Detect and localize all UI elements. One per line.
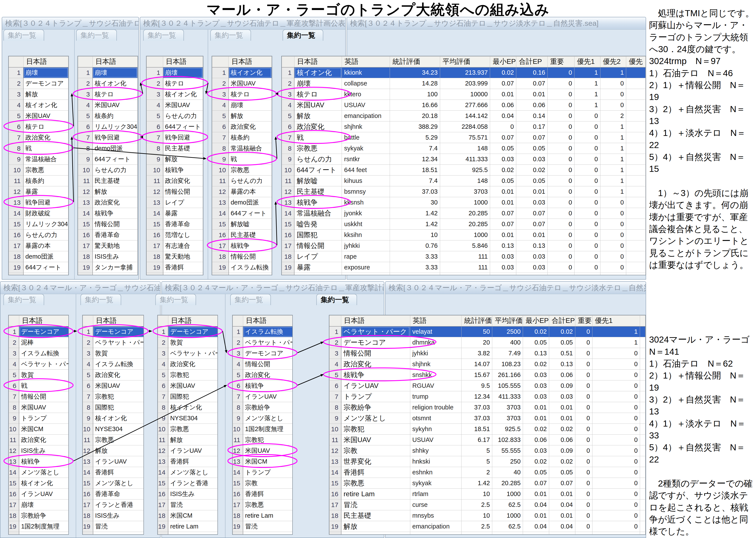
table-row[interactable]: 8戦 [9,143,68,154]
column-header[interactable]: 重要 [575,315,592,326]
table-row[interactable]: 6イランUAVRGUAV9.5105.5550.030.0900 [329,380,645,391]
table-row[interactable]: 11らせんの力 [212,176,272,186]
table-row[interactable]: 18demo団派 [9,251,68,262]
table-row[interactable]: 18民主基礎mnsybs1010000.010.0100 [329,510,645,521]
column-header[interactable]: 優先1 [574,57,600,67]
column-header[interactable]: 統計評価 [390,57,440,67]
table-row[interactable]: 6核戦争 [233,380,293,391]
table-row[interactable]: 14暴露 [147,208,203,219]
column-header[interactable]: 日本語 [341,315,410,326]
table-row[interactable]: 9NYSE304 [158,413,218,424]
table-row[interactable]: 16retire Lamrtrlam1010000.010.0100 [329,489,645,500]
table-row[interactable]: 7核条約 [212,132,272,143]
table-row[interactable]: 6644フィート [147,121,203,132]
table-row[interactable]: 1崩壊 [9,67,68,78]
table-row[interactable]: 18米国CM [158,510,218,521]
table-row[interactable]: 17核戦争 [212,241,272,251]
table-row[interactable]: 19644フィート [9,262,68,273]
table-row[interactable]: 2デーモンコアdhmnka204000.050.0501 [329,337,645,348]
table-row[interactable]: 15メンツ落とし [83,478,144,489]
column-header[interactable]: 日本語 [229,57,272,67]
table-row[interactable]: 4政治変化shjhnk14.07108.230.020.1300 [329,359,645,370]
table-row[interactable]: 8宗教紛争 [233,402,293,413]
table-row[interactable]: 15嘘告発uskkht1.4220.2850.070.07000 [282,219,646,230]
table-row[interactable]: 13世界変化hnkski52500.020.0200 [329,456,645,467]
table-row[interactable]: 9常温核融合 [9,154,68,165]
tab-aggregate-list[interactable]: 集約一覧 [155,294,196,305]
table-row[interactable]: 5らせんの力 [147,111,203,121]
table-row[interactable]: 14核戦争 [78,208,138,219]
table-row[interactable]: 1核イオン化kkionk34.23213.9370.020.16011 [282,67,646,78]
table-row[interactable]: 11宗教犯 [233,435,293,445]
table-row[interactable]: 13demo団派 [212,197,272,208]
column-header[interactable]: 日本語 [19,315,69,326]
table-row[interactable]: 11解放 [158,435,218,445]
table-row[interactable]: 11核条約 [9,176,68,186]
column-header[interactable]: 最小EP [523,315,549,326]
column-header[interactable]: 優先 [626,57,646,67]
table-row[interactable]: 19香港餌 [147,262,203,273]
table-row[interactable]: 5政治変化 [233,370,293,380]
table-row[interactable]: 14メンツ落とし [158,467,218,478]
table-row[interactable]: 3核テロkktero100100000.010.01010 [282,89,646,100]
tab-aggregate-list-active[interactable]: 集約一覧 [316,294,357,305]
table-row[interactable]: 18宗教紛争 [9,510,69,521]
table-row[interactable]: 11政治変化 [9,435,69,445]
table-row[interactable]: 11政治変化 [147,176,203,186]
table-row[interactable]: 2核イオン化 [78,78,138,89]
table-row[interactable]: 12宗教shhky555.5550.030.0900 [329,445,645,456]
window-title-bar[interactable]: 検索[３０２４マール・ア・ラーゴ＿サウジ石油テロ＿サウジ淡水テロ＿自然災害.se… [385,282,646,294]
table-row[interactable]: 2敦賀 [158,337,218,348]
table-row[interactable]: 15香港革命 [147,219,203,230]
table-row[interactable]: 8米国UAV [9,402,69,413]
column-header[interactable]: 優先1 [592,315,640,326]
table-row[interactable]: 8宗教悪sykyak7.41480.050.05001 [282,143,646,154]
table-row[interactable]: 16范増なし [147,230,203,241]
table-row[interactable]: 18ISIS生み [78,251,138,262]
table-row[interactable]: 5宗教犯 [158,370,218,380]
table-row[interactable]: 1核イオン化 [212,67,272,78]
table-row[interactable]: 8宗教紛争religion trouble37.0337030.010.0100 [329,402,645,413]
table-row[interactable]: 10宗教悪 [158,424,218,435]
table-row[interactable]: 11解放嘘kihuus7.41480.050.05001 [282,176,646,186]
table-row[interactable]: 4米国UAV [78,100,138,111]
table-row[interactable]: 7宗教犯 [83,391,144,402]
window-title-bar[interactable]: 検索[３０２４トランプ＿サウジ石油テロ＿サウジ淡水テロ＿自然災害.sea] [347,17,646,29]
table-row[interactable]: 8核イオン化 [158,402,218,413]
table-row[interactable]: 15イランと香港 [158,478,218,489]
table-row[interactable]: 1デーモンコア [83,326,144,337]
table-row[interactable]: 13戦争回避 [9,197,68,208]
table-row[interactable]: 2ベラヤット・パーク [83,337,144,348]
table-row[interactable]: 3核イオン化 [147,89,203,100]
table-row[interactable]: 10NYSE304 [83,424,144,435]
table-row[interactable]: 1崩壊 [147,67,203,78]
table-row[interactable]: 13レイプ [147,197,203,208]
column-header[interactable]: 合計EP [516,57,547,67]
table-row[interactable]: 6戦 [9,380,69,391]
table-row[interactable]: 3敦賀 [83,348,144,359]
table-row[interactable]: 14財政破綻 [9,208,68,219]
column-header[interactable]: 英語 [410,315,462,326]
table-row[interactable]: 16香港革命 [83,489,144,500]
table-row[interactable]: 13香港餌 [158,456,218,467]
table-row[interactable]: 2核テロ [147,78,203,89]
table-row[interactable]: 11米国UAVUSUAV6.17102.8330.060.0600 [329,435,645,445]
table-row[interactable]: 9メンツ落としotsmnt37.0337030.010.0100 [329,413,645,424]
table-row[interactable]: 4ベラヤット・パーク [9,359,69,370]
column-header[interactable]: 優先2 [600,57,626,67]
table-row[interactable]: 5解放emancipation20.18144.1420.040.14002 [282,111,646,121]
table-row[interactable]: 5解放 [212,111,272,121]
table-row[interactable]: 14香港餌eshnkn2400.050.0500 [329,467,645,478]
tab-aggregate-list[interactable]: 集約一覧 [210,29,251,41]
table-row[interactable]: 6リムリック304 [78,121,138,132]
table-row[interactable]: 14トランプ [233,467,293,478]
table-row[interactable]: 17暴露の本 [9,241,68,251]
table-row[interactable]: 9644フィート [78,154,138,165]
table-row[interactable]: 9メンツ落とし [233,413,293,424]
table-row[interactable]: 14メンツ落とし [9,467,69,478]
table-row[interactable]: 11民主基礎 [78,176,138,186]
table-row[interactable]: 4崩壊 [212,100,272,111]
table-row[interactable]: 7戦争回避 [78,132,138,143]
table-row[interactable]: 17宗教悪 [233,500,293,510]
table-row[interactable]: 7政治変化 [9,132,68,143]
